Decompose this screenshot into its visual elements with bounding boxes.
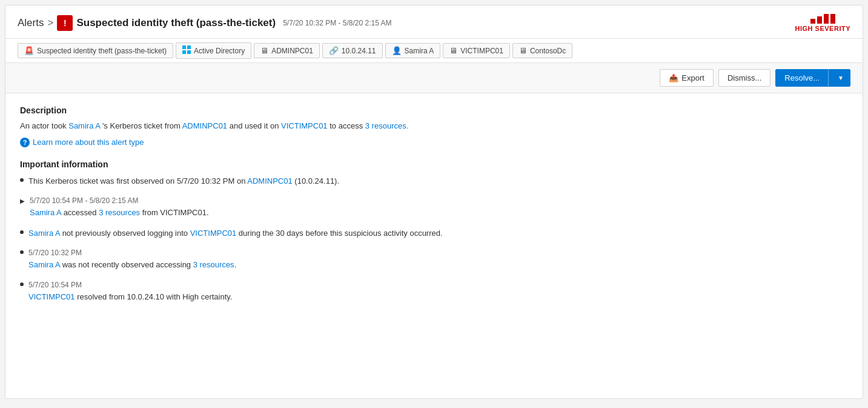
- item-4-text: Samira A was not recently observed acces…: [28, 259, 236, 271]
- contosodc-icon: 🖥: [519, 46, 527, 55]
- list-item-4: 5/7/20 10:32 PM Samira A was not recentl…: [20, 247, 848, 271]
- severity-bar-3: [824, 14, 829, 24]
- severity-bars: [810, 14, 835, 24]
- learn-more-section: ? Learn more about this alert type: [20, 138, 848, 147]
- desc-resources-link[interactable]: 3 resources.: [365, 121, 409, 130]
- item-4-resources-link[interactable]: 3 resources: [193, 260, 234, 269]
- item-2-samira-link[interactable]: Samira A: [30, 208, 61, 217]
- svg-rect-0: [182, 45, 186, 49]
- svg-rect-1: [187, 45, 191, 49]
- resolve-button-group[interactable]: Resolve... ▼: [775, 69, 850, 87]
- item-5-text: VICTIMPC01 resolved from 10.0.24.10 with…: [28, 291, 232, 303]
- dismiss-label: Dismiss...: [727, 73, 761, 82]
- important-section: Important information This Kerberos tick…: [20, 159, 848, 303]
- list-item-2: ▶ 5/7/20 10:54 PM - 5/8/20 2:15 AM Samir…: [20, 195, 848, 219]
- list-item-5: 5/7/20 10:54 PM VICTIMPC01 resolved from…: [20, 279, 848, 303]
- item-3-samira-link[interactable]: Samira A: [28, 229, 60, 238]
- desc-adminpc01-link[interactable]: ADMINPC01: [182, 121, 227, 130]
- item-2-text: Samira A accessed 3 resources from VICTI…: [30, 207, 209, 219]
- item-5-victimpc01-link[interactable]: VICTIMPC01: [28, 292, 75, 301]
- desc-samira-link[interactable]: Samira A: [68, 121, 100, 130]
- tab-ip-address[interactable]: 🔗 10.0.24.11: [322, 43, 383, 58]
- tab-contosodc-label: ContosoDc: [530, 47, 566, 55]
- victimpc01-icon: 🖥: [449, 46, 457, 55]
- description-body: An actor took Samira A 's Kerberos ticke…: [20, 120, 848, 133]
- main-content: Description An actor took Samira A 's Ke…: [5, 93, 863, 323]
- tab-bar: 🚨 Suspected identity theft (pass-the-tic…: [5, 39, 863, 63]
- tab-victimpc01-label: VICTIMPC01: [460, 47, 503, 55]
- resolve-button-main[interactable]: Resolve...: [776, 70, 829, 86]
- export-icon: 📤: [669, 73, 678, 82]
- item-1-adminpc01-link[interactable]: ADMINPC01: [247, 176, 292, 186]
- dismiss-button[interactable]: Dismiss...: [718, 69, 770, 87]
- item-1-text: This Kerberos ticket was first observed …: [28, 175, 339, 187]
- help-icon: ?: [20, 138, 30, 147]
- item-2-time: 5/7/20 10:54 PM - 5/8/20 2:15 AM: [30, 195, 209, 206]
- tab-suspected-identity[interactable]: 🚨 Suspected identity theft (pass-the-tic…: [18, 43, 173, 58]
- severity-label: HIGH SEVERITY: [795, 25, 850, 32]
- tab-samira-a-label: Samira A: [405, 47, 434, 55]
- important-title: Important information: [20, 159, 848, 169]
- tab-samira-a[interactable]: 👤 Samira A: [385, 43, 441, 58]
- desc-text-3: and used it on: [230, 121, 281, 130]
- tab-contosodc[interactable]: 🖥 ContosoDc: [512, 43, 572, 58]
- toolbar: 📤 Export Dismiss... Resolve... ▼: [5, 63, 863, 93]
- export-button[interactable]: 📤 Export: [660, 69, 714, 87]
- resolve-button-caret[interactable]: ▼: [832, 71, 850, 85]
- svg-rect-2: [182, 50, 186, 54]
- item-3-victimpc01-link[interactable]: VICTIMPC01: [190, 229, 237, 238]
- bullet-1: [20, 178, 24, 182]
- bullet-4: [20, 250, 24, 254]
- alert-severity-icon: !: [57, 15, 73, 31]
- active-directory-icon: [182, 45, 191, 56]
- desc-text-4: to access: [330, 121, 365, 130]
- severity-bar-2: [817, 16, 822, 24]
- learn-more-link[interactable]: Learn more about this alert type: [33, 138, 144, 147]
- item-2-content: 5/7/20 10:54 PM - 5/8/20 2:15 AM Samira …: [30, 195, 209, 219]
- samira-icon: 👤: [392, 46, 402, 55]
- svg-rect-3: [187, 50, 191, 54]
- desc-text-1: An actor took: [20, 121, 68, 130]
- alert-time: 5/7/20 10:32 PM - 5/8/20 2:15 AM: [283, 19, 391, 27]
- alert-title: Suspected identity theft (pass-the-ticke…: [76, 17, 276, 29]
- severity-badge: HIGH SEVERITY: [795, 14, 850, 32]
- breadcrumb: Alerts: [18, 17, 44, 29]
- description-title: Description: [20, 105, 848, 115]
- severity-bar-4: [830, 14, 835, 24]
- item-4-time: 5/7/20 10:32 PM: [28, 247, 236, 258]
- arrow-2: ▶: [20, 196, 25, 206]
- bullet-3: [20, 230, 24, 234]
- adminpc01-icon: 🖥: [260, 46, 268, 55]
- breadcrumb-separator: >: [47, 17, 53, 29]
- ip-icon: 🔗: [329, 46, 339, 55]
- tab-victimpc01[interactable]: 🖥 VICTIMPC01: [443, 43, 510, 58]
- desc-victimpc01-link[interactable]: VICTIMPC01: [281, 121, 328, 130]
- tab-active-directory[interactable]: Active Directory: [176, 42, 251, 59]
- list-item-1: This Kerberos ticket was first observed …: [20, 175, 848, 187]
- export-label: Export: [681, 73, 704, 82]
- tab-ip-label: 10.0.24.11: [342, 47, 376, 55]
- tab-adminpc01[interactable]: 🖥 ADMINPC01: [254, 43, 320, 58]
- item-5-content: 5/7/20 10:54 PM VICTIMPC01 resolved from…: [28, 279, 232, 303]
- item-4-content: 5/7/20 10:32 PM Samira A was not recentl…: [28, 247, 236, 271]
- list-item-3: Samira A not previously observed logging…: [20, 227, 848, 239]
- tab-suspected-identity-label: Suspected identity theft (pass-the-ticke…: [37, 47, 167, 55]
- tab-active-directory-label: Active Directory: [194, 47, 245, 55]
- page-header: Alerts > ! Suspected identity theft (pas…: [5, 5, 863, 39]
- item-5-time: 5/7/20 10:54 PM: [28, 279, 232, 290]
- tab-adminpc01-label: ADMINPC01: [271, 47, 313, 55]
- item-4-samira-link[interactable]: Samira A: [28, 260, 60, 269]
- important-list: This Kerberos ticket was first observed …: [20, 175, 848, 303]
- item-3-text: Samira A not previously observed logging…: [28, 227, 443, 239]
- severity-bar-1: [810, 19, 815, 24]
- desc-text-2: 's Kerberos ticket from: [102, 121, 182, 130]
- suspected-identity-icon: 🚨: [24, 46, 34, 55]
- bullet-5: [20, 283, 24, 286]
- item-2-resources-link[interactable]: 3 resources: [99, 208, 140, 217]
